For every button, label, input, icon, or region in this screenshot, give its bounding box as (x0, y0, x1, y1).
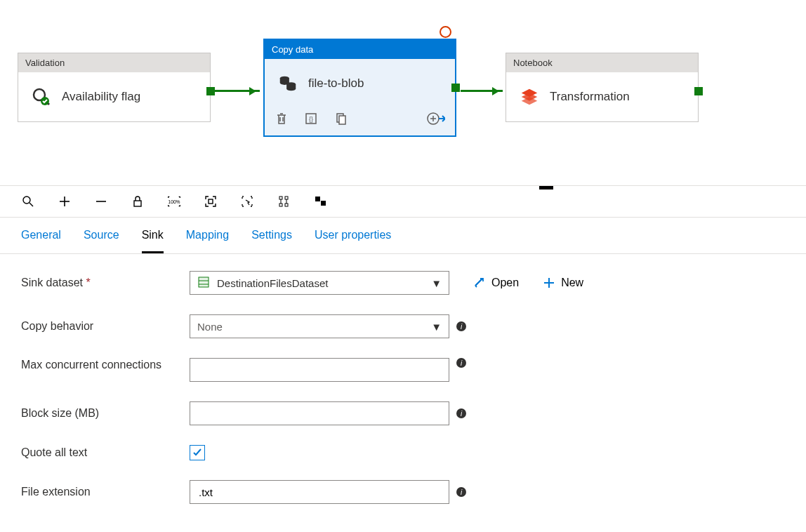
tab-settings[interactable]: Settings (251, 229, 292, 253)
sink-dataset-select[interactable]: DestinationFilesDataset ▼ (190, 271, 449, 295)
connector-arrow (461, 90, 503, 92)
info-icon[interactable]: i (456, 358, 466, 368)
lock-icon[interactable] (131, 194, 145, 208)
node-notebook[interactable]: Notebook Transformation (506, 53, 699, 122)
tab-user-properties[interactable]: User properties (315, 229, 391, 253)
info-icon[interactable]: i (456, 321, 466, 331)
node-validation[interactable]: Validation Availability flag (18, 53, 211, 122)
code-icon[interactable]: {} (304, 112, 318, 128)
svg-rect-23 (279, 204, 282, 206)
svg-line-14 (29, 203, 33, 206)
svg-rect-20 (209, 199, 213, 204)
svg-rect-22 (285, 197, 288, 199)
svg-rect-18 (134, 201, 141, 206)
delete-icon[interactable] (275, 112, 289, 128)
file-extension-label: File extension (21, 485, 190, 500)
svg-rect-8 (339, 116, 345, 124)
node-notebook-title: Transformation (550, 90, 630, 104)
node-validation-title: Availability flag (62, 90, 140, 104)
svg-rect-28 (321, 201, 326, 206)
sink-form: Sink dataset * DestinationFilesDataset ▼… (0, 254, 806, 532)
fit-screen-icon[interactable] (204, 194, 218, 208)
autolayout-icon[interactable] (277, 194, 291, 208)
zoom-reset-icon[interactable]: 100% (167, 194, 181, 208)
output-port[interactable] (451, 84, 460, 92)
reorder-icon[interactable] (313, 194, 327, 208)
svg-rect-24 (285, 204, 288, 206)
magnifier-check-icon (29, 85, 53, 109)
output-port[interactable] (206, 87, 215, 95)
tab-sink[interactable]: Sink (142, 229, 164, 253)
dataset-icon (197, 276, 210, 291)
error-indicator (440, 26, 451, 38)
chevron-down-icon: ▼ (431, 277, 442, 289)
chevron-down-icon: ▼ (431, 321, 442, 333)
output-port[interactable] (694, 87, 703, 95)
node-copy-header: Copy data (265, 40, 455, 59)
clone-icon[interactable] (333, 112, 348, 128)
database-copy-icon (276, 72, 300, 95)
svg-rect-21 (279, 197, 282, 199)
block-size-label: Block size (MB) (21, 406, 190, 421)
add-activity-icon[interactable] (427, 111, 445, 128)
tab-mapping[interactable]: Mapping (186, 229, 229, 253)
zoom-in-icon[interactable] (58, 194, 72, 208)
svg-text:{}: {} (309, 116, 313, 123)
node-validation-header: Validation (18, 53, 210, 72)
max-connections-label: Max concurrent connections (21, 358, 190, 373)
info-icon[interactable]: i (456, 487, 466, 497)
connector-arrow (215, 90, 260, 92)
copy-behavior-label: Copy behavior (21, 319, 190, 334)
canvas-toolbar: 100% (0, 186, 806, 218)
quote-all-label: Quote all text (21, 446, 190, 460)
node-copy-data[interactable]: Copy data file-to-blob {} (263, 39, 456, 137)
sink-dataset-value: DestinationFilesDataset (217, 277, 328, 289)
svg-text:100%: 100% (168, 199, 180, 204)
block-size-input[interactable] (190, 401, 449, 425)
tab-general[interactable]: General (21, 229, 61, 253)
copy-behavior-value: None (197, 321, 223, 333)
property-tabs: General Source Sink Mapping Settings Use… (0, 218, 806, 254)
copy-behavior-select[interactable]: None ▼ (190, 314, 449, 338)
svg-rect-29 (199, 277, 209, 287)
info-icon[interactable]: i (456, 408, 466, 418)
new-dataset-button[interactable]: New (543, 277, 583, 289)
file-extension-input[interactable] (190, 480, 449, 504)
quote-all-checkbox[interactable] (190, 445, 205, 460)
panel-splitter[interactable] (539, 186, 553, 189)
zoom-out-icon[interactable] (94, 194, 108, 208)
node-notebook-header: Notebook (506, 53, 698, 72)
node-copy-title: file-to-blob (308, 77, 364, 91)
tab-source[interactable]: Source (84, 229, 119, 253)
pipeline-canvas[interactable]: Validation Availability flag Copy data (0, 0, 806, 186)
open-dataset-button[interactable]: Open (473, 277, 519, 289)
svg-rect-27 (315, 197, 320, 201)
multiselect-icon[interactable] (240, 194, 254, 208)
svg-point-13 (23, 197, 30, 204)
databricks-icon (517, 85, 541, 109)
max-connections-input[interactable] (190, 358, 449, 382)
sink-dataset-label: Sink dataset * (21, 276, 190, 291)
search-icon[interactable] (21, 194, 35, 208)
